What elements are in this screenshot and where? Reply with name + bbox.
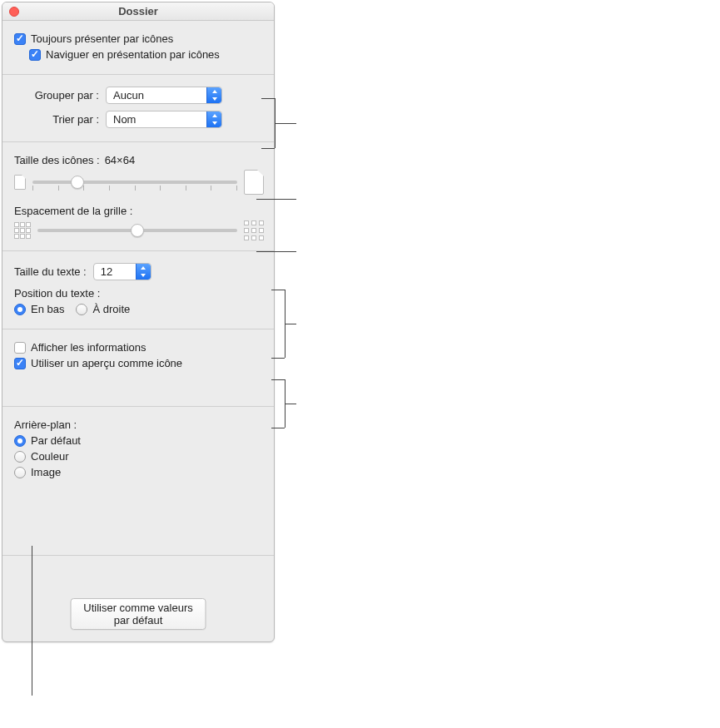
close-icon[interactable] <box>9 7 19 17</box>
section-background: Arrière-plan : Par défaut Couleur Image <box>2 407 274 492</box>
window-title: Dossier <box>118 5 158 17</box>
background-default-label: Par défaut <box>31 434 81 447</box>
callout-line <box>256 199 296 200</box>
label-position-bottom-label: En bas <box>31 303 64 315</box>
group-by-value: Aucun <box>107 87 206 103</box>
section-general: Toujours présenter par icônes Naviguer e… <box>2 21 274 75</box>
show-icon-preview-label: Utiliser un aperçu comme icône <box>31 357 182 369</box>
text-size-popup[interactable]: 12 <box>93 263 151 280</box>
label-position-right-radio[interactable] <box>76 304 87 315</box>
grid-spacing-thumb[interactable] <box>131 224 144 237</box>
text-size-value: 12 <box>94 264 136 280</box>
callout-line <box>285 404 296 404</box>
section-arrange: Grouper par : Aucun Trier par : Nom <box>2 75 274 142</box>
footer: Utiliser comme valeurs par défaut <box>2 555 274 641</box>
view-options-window: Dossier Toujours présenter par icônes Na… <box>2 2 275 642</box>
group-by-label: Grouper par : <box>14 89 106 102</box>
grid-spacing-slider[interactable] <box>37 229 237 232</box>
label-position-right-label: À droite <box>92 303 130 315</box>
section-info: Afficher les informations Utiliser un ap… <box>2 329 274 407</box>
background-heading: Arrière-plan : <box>14 418 77 431</box>
callout-line <box>271 428 285 428</box>
titlebar[interactable]: Dossier <box>2 2 274 21</box>
callout-line <box>256 251 296 252</box>
callout-line <box>32 546 32 696</box>
show-item-info-checkbox[interactable] <box>14 342 26 354</box>
show-icon-preview-checkbox[interactable] <box>14 358 26 369</box>
always-icon-view-label: Toujours présenter par icônes <box>31 32 173 45</box>
icon-size-thumb[interactable] <box>71 176 84 189</box>
browse-icon-view-checkbox[interactable] <box>29 49 41 61</box>
sort-by-value: Nom <box>107 111 206 127</box>
callout-line <box>275 123 296 124</box>
label-position-bottom-radio[interactable] <box>14 304 26 315</box>
chevron-updown-icon <box>206 87 221 103</box>
always-icon-view-checkbox[interactable] <box>14 33 26 45</box>
browse-icon-view-label: Naviguer en présentation par icônes <box>46 48 220 61</box>
icon-size-label: Taille des icônes : <box>14 154 100 166</box>
icon-size-value: 64×64 <box>105 154 136 166</box>
background-color-label: Couleur <box>31 450 69 463</box>
use-as-default-button[interactable]: Utiliser comme valeurs par défaut <box>71 598 206 630</box>
background-image-label: Image <box>31 466 61 478</box>
chevron-updown-icon <box>206 111 221 127</box>
loose-grid-icon <box>244 220 264 240</box>
section-text: Taille du texte : 12 Position du texte :… <box>2 251 274 329</box>
callout-line <box>271 290 285 290</box>
callout-line <box>261 148 275 149</box>
sort-by-label: Trier par : <box>14 113 106 126</box>
use-as-default-label: Utiliser comme valeurs par défaut <box>83 602 192 626</box>
callout-line <box>271 358 285 359</box>
section-icon: Taille des icônes : 64×64 Espacement de … <box>2 142 274 251</box>
small-page-icon <box>14 175 26 190</box>
show-item-info-label: Afficher les informations <box>31 341 146 354</box>
icon-size-slider[interactable] <box>32 181 237 184</box>
sort-by-popup[interactable]: Nom <box>106 111 222 128</box>
background-color-radio[interactable] <box>14 451 26 463</box>
group-by-popup[interactable]: Aucun <box>106 87 222 104</box>
background-image-radio[interactable] <box>14 467 26 478</box>
callout-line <box>261 98 275 99</box>
background-default-radio[interactable] <box>14 435 26 447</box>
grid-spacing-label: Espacement de la grille : <box>14 205 132 217</box>
label-position-label: Position du texte : <box>14 287 100 300</box>
callout-line <box>285 324 296 324</box>
callout-line <box>271 379 285 380</box>
text-size-label: Taille du texte : <box>14 265 87 278</box>
chevron-updown-icon <box>136 264 151 280</box>
tight-grid-icon <box>14 222 31 239</box>
large-page-icon <box>244 170 264 195</box>
